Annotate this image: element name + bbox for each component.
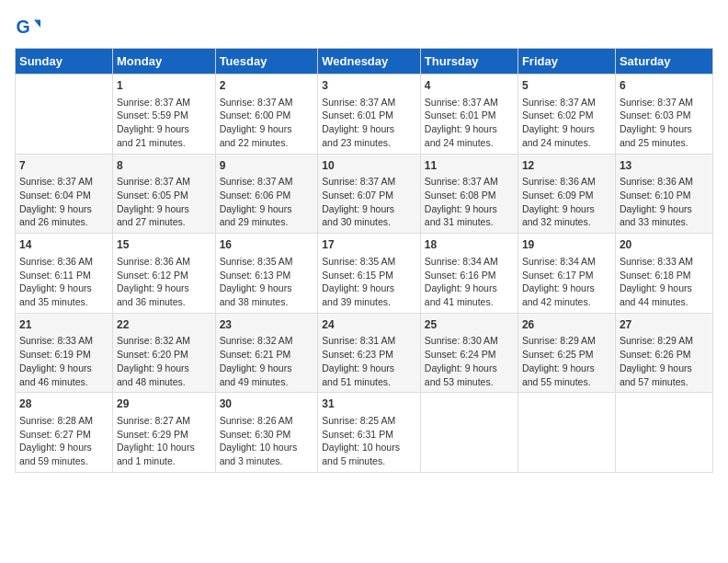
- day-info: Sunrise: 8:37 AM Sunset: 6:02 PM Dayligh…: [522, 96, 611, 150]
- day-number: 19: [522, 237, 611, 253]
- calendar-cell: 6Sunrise: 8:37 AM Sunset: 6:03 PM Daylig…: [615, 75, 712, 155]
- calendar-cell: 3Sunrise: 8:37 AM Sunset: 6:01 PM Daylig…: [318, 75, 421, 155]
- day-info: Sunrise: 8:37 AM Sunset: 6:07 PM Dayligh…: [322, 175, 416, 229]
- day-number: 5: [522, 78, 611, 94]
- calendar-cell: [518, 393, 615, 473]
- header: G: [15, 15, 713, 40]
- calendar-cell: 18Sunrise: 8:34 AM Sunset: 6:16 PM Dayli…: [420, 234, 518, 314]
- day-number: 29: [117, 396, 211, 412]
- day-info: Sunrise: 8:36 AM Sunset: 6:09 PM Dayligh…: [522, 175, 611, 229]
- day-number: 9: [220, 158, 314, 174]
- week-row-5: 28Sunrise: 8:28 AM Sunset: 6:27 PM Dayli…: [16, 393, 713, 473]
- day-number: 30: [220, 396, 314, 412]
- header-row: SundayMondayTuesdayWednesdayThursdayFrid…: [16, 49, 713, 75]
- day-info: Sunrise: 8:33 AM Sunset: 6:19 PM Dayligh…: [19, 334, 108, 388]
- week-row-1: 1Sunrise: 8:37 AM Sunset: 5:59 PM Daylig…: [16, 75, 713, 155]
- day-info: Sunrise: 8:37 AM Sunset: 5:59 PM Dayligh…: [117, 96, 211, 150]
- logo: G: [15, 15, 44, 40]
- calendar-cell: 29Sunrise: 8:27 AM Sunset: 6:29 PM Dayli…: [113, 393, 216, 473]
- day-info: Sunrise: 8:37 AM Sunset: 6:01 PM Dayligh…: [322, 96, 416, 150]
- day-number: 16: [220, 237, 314, 253]
- calendar-table: SundayMondayTuesdayWednesdayThursdayFrid…: [15, 48, 713, 473]
- day-info: Sunrise: 8:27 AM Sunset: 6:29 PM Dayligh…: [117, 414, 211, 468]
- day-number: 12: [522, 158, 611, 174]
- day-info: Sunrise: 8:36 AM Sunset: 6:11 PM Dayligh…: [19, 255, 108, 309]
- calendar-cell: 10Sunrise: 8:37 AM Sunset: 6:07 PM Dayli…: [318, 154, 421, 234]
- day-header-sunday: Sunday: [16, 49, 113, 75]
- day-number: 7: [19, 158, 108, 174]
- day-header-wednesday: Wednesday: [318, 49, 421, 75]
- day-number: 27: [620, 317, 709, 333]
- day-info: Sunrise: 8:34 AM Sunset: 6:17 PM Dayligh…: [522, 255, 611, 309]
- week-row-2: 7Sunrise: 8:37 AM Sunset: 6:04 PM Daylig…: [16, 154, 713, 234]
- calendar-cell: 24Sunrise: 8:31 AM Sunset: 6:23 PM Dayli…: [318, 313, 421, 393]
- day-info: Sunrise: 8:36 AM Sunset: 6:10 PM Dayligh…: [620, 175, 709, 229]
- day-number: 31: [322, 396, 416, 412]
- day-info: Sunrise: 8:26 AM Sunset: 6:30 PM Dayligh…: [220, 414, 314, 468]
- day-info: Sunrise: 8:37 AM Sunset: 6:05 PM Dayligh…: [117, 175, 211, 229]
- day-number: 14: [19, 237, 108, 253]
- logo-icon: G: [15, 15, 40, 40]
- day-info: Sunrise: 8:32 AM Sunset: 6:21 PM Dayligh…: [220, 334, 314, 388]
- calendar-cell: 11Sunrise: 8:37 AM Sunset: 6:08 PM Dayli…: [420, 154, 518, 234]
- calendar-cell: 21Sunrise: 8:33 AM Sunset: 6:19 PM Dayli…: [16, 313, 113, 393]
- calendar-cell: 7Sunrise: 8:37 AM Sunset: 6:04 PM Daylig…: [16, 154, 113, 234]
- calendar-cell: 31Sunrise: 8:25 AM Sunset: 6:31 PM Dayli…: [318, 393, 421, 473]
- calendar-cell: 12Sunrise: 8:36 AM Sunset: 6:09 PM Dayli…: [518, 154, 615, 234]
- calendar-cell: 22Sunrise: 8:32 AM Sunset: 6:20 PM Dayli…: [113, 313, 216, 393]
- calendar-cell: 15Sunrise: 8:36 AM Sunset: 6:12 PM Dayli…: [113, 234, 216, 314]
- day-number: 23: [220, 317, 314, 333]
- day-number: 10: [322, 158, 416, 174]
- day-number: 13: [620, 158, 709, 174]
- calendar-cell: 26Sunrise: 8:29 AM Sunset: 6:25 PM Dayli…: [518, 313, 615, 393]
- day-number: 18: [425, 237, 514, 253]
- day-number: 1: [117, 78, 211, 94]
- day-number: 6: [620, 78, 709, 94]
- calendar-cell: 27Sunrise: 8:29 AM Sunset: 6:26 PM Dayli…: [615, 313, 712, 393]
- day-number: 2: [220, 78, 314, 94]
- calendar-cell: 4Sunrise: 8:37 AM Sunset: 6:01 PM Daylig…: [420, 75, 518, 155]
- day-info: Sunrise: 8:37 AM Sunset: 6:01 PM Dayligh…: [425, 96, 514, 150]
- day-header-monday: Monday: [113, 49, 216, 75]
- day-number: 21: [19, 317, 108, 333]
- calendar-cell: 17Sunrise: 8:35 AM Sunset: 6:15 PM Dayli…: [318, 234, 421, 314]
- calendar-cell: 25Sunrise: 8:30 AM Sunset: 6:24 PM Dayli…: [420, 313, 518, 393]
- svg-marker-2: [34, 20, 40, 28]
- calendar-cell: 14Sunrise: 8:36 AM Sunset: 6:11 PM Dayli…: [16, 234, 113, 314]
- calendar-cell: 19Sunrise: 8:34 AM Sunset: 6:17 PM Dayli…: [518, 234, 615, 314]
- day-info: Sunrise: 8:37 AM Sunset: 6:03 PM Dayligh…: [620, 96, 709, 150]
- day-header-tuesday: Tuesday: [215, 49, 318, 75]
- day-info: Sunrise: 8:37 AM Sunset: 6:08 PM Dayligh…: [425, 175, 514, 229]
- day-number: 25: [425, 317, 514, 333]
- day-number: 8: [117, 158, 211, 174]
- day-info: Sunrise: 8:37 AM Sunset: 6:06 PM Dayligh…: [220, 175, 314, 229]
- calendar-cell: 9Sunrise: 8:37 AM Sunset: 6:06 PM Daylig…: [215, 154, 318, 234]
- calendar-cell: [420, 393, 518, 473]
- day-number: 20: [620, 237, 709, 253]
- day-header-friday: Friday: [518, 49, 615, 75]
- calendar-cell: [16, 75, 113, 155]
- day-info: Sunrise: 8:33 AM Sunset: 6:18 PM Dayligh…: [620, 255, 709, 309]
- calendar-cell: 23Sunrise: 8:32 AM Sunset: 6:21 PM Dayli…: [215, 313, 318, 393]
- day-number: 22: [117, 317, 211, 333]
- day-info: Sunrise: 8:34 AM Sunset: 6:16 PM Dayligh…: [425, 255, 514, 309]
- day-info: Sunrise: 8:35 AM Sunset: 6:15 PM Dayligh…: [322, 255, 416, 309]
- day-info: Sunrise: 8:37 AM Sunset: 6:00 PM Dayligh…: [220, 96, 314, 150]
- calendar-cell: 1Sunrise: 8:37 AM Sunset: 5:59 PM Daylig…: [113, 75, 216, 155]
- day-info: Sunrise: 8:31 AM Sunset: 6:23 PM Dayligh…: [322, 334, 416, 388]
- calendar-cell: 30Sunrise: 8:26 AM Sunset: 6:30 PM Dayli…: [215, 393, 318, 473]
- day-info: Sunrise: 8:36 AM Sunset: 6:12 PM Dayligh…: [117, 255, 211, 309]
- day-header-saturday: Saturday: [615, 49, 712, 75]
- day-info: Sunrise: 8:25 AM Sunset: 6:31 PM Dayligh…: [322, 414, 416, 468]
- calendar-cell: [615, 393, 712, 473]
- day-info: Sunrise: 8:28 AM Sunset: 6:27 PM Dayligh…: [19, 414, 108, 468]
- day-header-thursday: Thursday: [420, 49, 518, 75]
- day-info: Sunrise: 8:32 AM Sunset: 6:20 PM Dayligh…: [117, 334, 211, 388]
- week-row-3: 14Sunrise: 8:36 AM Sunset: 6:11 PM Dayli…: [16, 234, 713, 314]
- calendar-cell: 5Sunrise: 8:37 AM Sunset: 6:02 PM Daylig…: [518, 75, 615, 155]
- day-info: Sunrise: 8:30 AM Sunset: 6:24 PM Dayligh…: [425, 334, 514, 388]
- svg-text:G: G: [16, 17, 29, 37]
- calendar-cell: 2Sunrise: 8:37 AM Sunset: 6:00 PM Daylig…: [215, 75, 318, 155]
- calendar-cell: 28Sunrise: 8:28 AM Sunset: 6:27 PM Dayli…: [16, 393, 113, 473]
- day-number: 28: [19, 396, 108, 412]
